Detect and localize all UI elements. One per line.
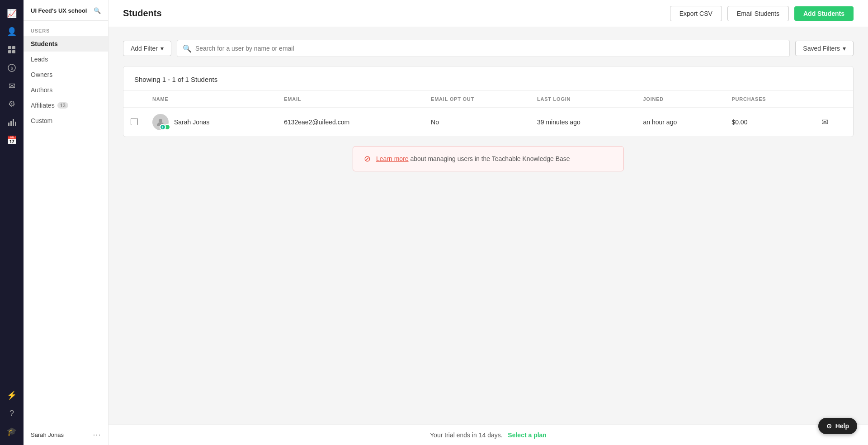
school-name-header[interactable]: UI Feed's UX school 🔍 bbox=[24, 0, 108, 21]
sidebar-item-owners[interactable]: Owners bbox=[24, 67, 108, 82]
svg-rect-0 bbox=[8, 46, 11, 49]
chevron-down-icon: ▾ bbox=[160, 45, 164, 52]
more-icon[interactable]: ⋯ bbox=[93, 430, 101, 440]
users-section-label: USERS bbox=[24, 21, 108, 36]
reports-icon[interactable] bbox=[4, 114, 20, 130]
svg-rect-1 bbox=[12, 46, 15, 49]
header-actions: Export CSV Email Students Add Students bbox=[670, 6, 854, 21]
svg-rect-3 bbox=[12, 50, 15, 53]
svg-rect-9 bbox=[15, 122, 16, 126]
content-area: Add Filter ▾ 🔍 Saved Filters ▾ Showing 1… bbox=[108, 27, 868, 425]
svg-rect-2 bbox=[8, 50, 11, 53]
student-name[interactable]: Sarah Jonas bbox=[174, 118, 210, 126]
table-row: t Sarah Jonas 6132eae2@uifeed.com No 39 … bbox=[123, 108, 853, 137]
email-student-button[interactable]: ✉ bbox=[821, 117, 828, 127]
info-banner: ⊘ Learn more about managing users in the… bbox=[353, 146, 624, 171]
showing-label: Showing 1 - 1 of 1 Students bbox=[123, 66, 853, 90]
info-banner-rest: about managing users in the Teachable Kn… bbox=[409, 155, 570, 162]
top-header: Students Export CSV Email Students Add S… bbox=[108, 0, 868, 27]
info-icon: ⊘ bbox=[364, 154, 371, 164]
search-input[interactable] bbox=[195, 45, 784, 52]
col-purchases: PURCHASES bbox=[724, 91, 814, 108]
saved-filters-label: Saved Filters bbox=[803, 45, 840, 52]
row-last-login-cell: 39 minutes ago bbox=[530, 108, 636, 137]
search-icon[interactable]: 🔍 bbox=[94, 7, 101, 14]
svg-point-10 bbox=[159, 119, 162, 123]
col-last-login: LAST LOGIN bbox=[530, 91, 636, 108]
learn-more-link[interactable]: Learn more bbox=[376, 155, 409, 162]
saved-filters-button[interactable]: Saved Filters ▾ bbox=[795, 41, 854, 56]
analytics-icon[interactable]: 📈 bbox=[4, 5, 20, 22]
col-joined: JOINED bbox=[636, 91, 724, 108]
table-header: NAME EMAIL EMAIL OPT OUT LAST LOGIN JOIN… bbox=[123, 91, 853, 108]
svg-rect-7 bbox=[10, 121, 12, 126]
sales-icon[interactable]: $ bbox=[4, 60, 20, 76]
custom-label: Custom bbox=[31, 117, 52, 124]
sidebar: UI Feed's UX school 🔍 USERS Students Lea… bbox=[24, 0, 108, 445]
row-checkbox[interactable] bbox=[131, 118, 138, 125]
col-email: EMAIL bbox=[277, 91, 424, 108]
lightning-icon[interactable]: ⚡ bbox=[4, 387, 20, 403]
chevron-down-icon: ▾ bbox=[843, 45, 846, 52]
row-purchases-cell: $0.00 bbox=[724, 108, 814, 137]
filter-bar: Add Filter ▾ 🔍 Saved Filters ▾ bbox=[123, 40, 854, 57]
svg-rect-6 bbox=[8, 123, 9, 126]
svg-text:$: $ bbox=[10, 66, 13, 71]
graduation-icon[interactable]: 🎓 bbox=[4, 423, 20, 440]
row-joined-cell: an hour ago bbox=[636, 108, 724, 137]
svg-rect-8 bbox=[13, 119, 14, 126]
question-icon[interactable]: ? bbox=[4, 405, 20, 421]
row-action-cell: ✉ bbox=[814, 108, 853, 137]
icon-rail: 📈 👤 $ ✉ ⚙ 📅 ⚡ ? 🎓 bbox=[0, 0, 24, 445]
row-email-opt-out-cell: No bbox=[424, 108, 530, 137]
badge-teal: t bbox=[160, 124, 166, 130]
dashboard-icon[interactable] bbox=[4, 42, 20, 58]
sidebar-item-leads[interactable]: Leads bbox=[24, 52, 108, 67]
help-button[interactable]: ⊙ Help bbox=[818, 418, 857, 434]
trial-text: Your trial ends in 14 days. bbox=[430, 431, 503, 439]
sidebar-bottom: Sarah Jonas ⋯ bbox=[24, 424, 108, 445]
calendar-icon[interactable]: 📅 bbox=[4, 132, 20, 148]
leads-label: Leads bbox=[31, 56, 48, 63]
main-area: Students Export CSV Email Students Add S… bbox=[108, 0, 868, 445]
students-table: NAME EMAIL EMAIL OPT OUT LAST LOGIN JOIN… bbox=[123, 90, 853, 137]
add-filter-button[interactable]: Add Filter ▾ bbox=[123, 41, 171, 56]
sidebar-user-name: Sarah Jonas bbox=[31, 431, 64, 438]
sidebar-item-affiliates[interactable]: Affiliates 13 bbox=[24, 98, 108, 113]
export-csv-button[interactable]: Export CSV bbox=[670, 6, 722, 21]
row-email-cell: 6132eae2@uifeed.com bbox=[277, 108, 424, 137]
authors-label: Authors bbox=[31, 86, 52, 94]
avatar-wrap: t bbox=[152, 114, 169, 130]
settings-icon[interactable]: ⚙ bbox=[4, 96, 20, 112]
col-name: NAME bbox=[145, 91, 277, 108]
help-circle-icon: ⊙ bbox=[826, 422, 832, 430]
sidebar-item-authors[interactable]: Authors bbox=[24, 82, 108, 98]
table-body: t Sarah Jonas 6132eae2@uifeed.com No 39 … bbox=[123, 108, 853, 137]
email-icon[interactable]: ✉ bbox=[4, 78, 20, 94]
trial-bar: Your trial ends in 14 days. Select a pla… bbox=[108, 425, 868, 445]
school-name-label: UI Feed's UX school bbox=[31, 7, 87, 14]
info-banner-text: Learn more about managing users in the T… bbox=[376, 155, 570, 162]
row-checkbox-cell bbox=[123, 108, 145, 137]
select-plan-link[interactable]: Select a plan bbox=[508, 431, 547, 439]
search-box: 🔍 bbox=[177, 40, 790, 57]
add-filter-label: Add Filter bbox=[131, 45, 158, 52]
students-label: Students bbox=[31, 40, 58, 47]
email-students-button[interactable]: Email Students bbox=[727, 6, 789, 21]
help-label: Help bbox=[835, 422, 849, 430]
sidebar-item-students[interactable]: Students bbox=[24, 36, 108, 52]
sidebar-item-custom[interactable]: Custom bbox=[24, 113, 108, 128]
add-students-button[interactable]: Add Students bbox=[794, 6, 854, 21]
users-icon[interactable]: 👤 bbox=[4, 24, 20, 40]
affiliates-label: Affiliates bbox=[31, 102, 55, 109]
search-icon: 🔍 bbox=[183, 44, 192, 53]
row-name-cell: t Sarah Jonas bbox=[145, 108, 277, 137]
col-action bbox=[814, 91, 853, 108]
students-table-card: Showing 1 - 1 of 1 Students NAME EMAIL E… bbox=[123, 66, 854, 137]
owners-label: Owners bbox=[31, 71, 52, 78]
col-email-opt-out: EMAIL OPT OUT bbox=[424, 91, 530, 108]
col-checkbox bbox=[123, 91, 145, 108]
student-name-cell: t Sarah Jonas bbox=[152, 114, 269, 130]
page-title: Students bbox=[123, 8, 162, 19]
affiliates-badge: 13 bbox=[57, 102, 68, 109]
